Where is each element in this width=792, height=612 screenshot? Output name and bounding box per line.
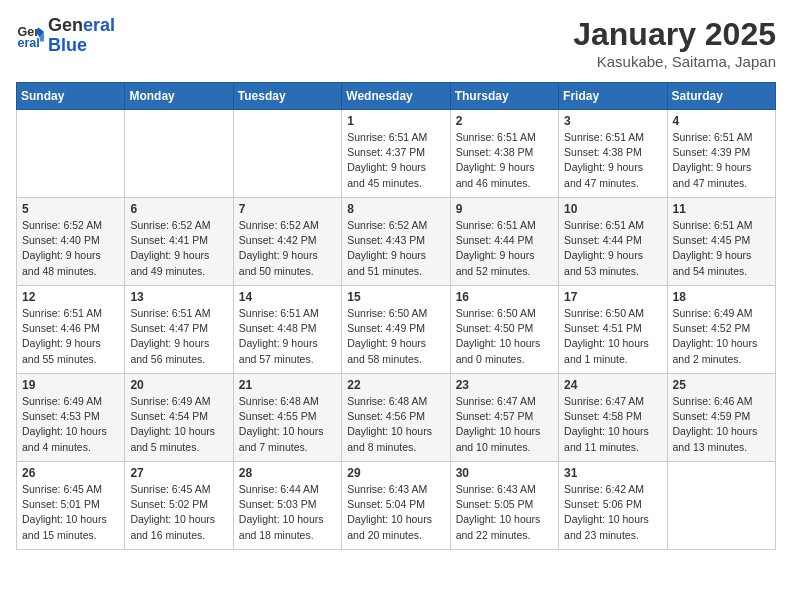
day-number: 13 <box>130 290 227 304</box>
calendar-day-cell: 12Sunrise: 6:51 AM Sunset: 4:46 PM Dayli… <box>17 286 125 374</box>
calendar-week-row: 12Sunrise: 6:51 AM Sunset: 4:46 PM Dayli… <box>17 286 776 374</box>
calendar-day-cell <box>667 462 775 550</box>
day-number: 15 <box>347 290 444 304</box>
calendar-day-cell: 31Sunrise: 6:42 AM Sunset: 5:06 PM Dayli… <box>559 462 667 550</box>
day-number: 16 <box>456 290 553 304</box>
day-number: 3 <box>564 114 661 128</box>
header-tuesday: Tuesday <box>233 83 341 110</box>
day-number: 20 <box>130 378 227 392</box>
day-number: 18 <box>673 290 770 304</box>
day-info: Sunrise: 6:52 AM Sunset: 4:40 PM Dayligh… <box>22 218 119 279</box>
calendar-day-cell: 11Sunrise: 6:51 AM Sunset: 4:45 PM Dayli… <box>667 198 775 286</box>
day-info: Sunrise: 6:51 AM Sunset: 4:47 PM Dayligh… <box>130 306 227 367</box>
day-number: 2 <box>456 114 553 128</box>
logo-text-line1: General <box>48 16 115 36</box>
calendar-week-row: 26Sunrise: 6:45 AM Sunset: 5:01 PM Dayli… <box>17 462 776 550</box>
day-info: Sunrise: 6:48 AM Sunset: 4:55 PM Dayligh… <box>239 394 336 455</box>
day-info: Sunrise: 6:43 AM Sunset: 5:04 PM Dayligh… <box>347 482 444 543</box>
day-info: Sunrise: 6:52 AM Sunset: 4:43 PM Dayligh… <box>347 218 444 279</box>
day-info: Sunrise: 6:50 AM Sunset: 4:51 PM Dayligh… <box>564 306 661 367</box>
calendar-day-cell: 16Sunrise: 6:50 AM Sunset: 4:50 PM Dayli… <box>450 286 558 374</box>
day-info: Sunrise: 6:49 AM Sunset: 4:53 PM Dayligh… <box>22 394 119 455</box>
day-number: 4 <box>673 114 770 128</box>
day-info: Sunrise: 6:45 AM Sunset: 5:02 PM Dayligh… <box>130 482 227 543</box>
page-header: Gen eral General Blue January 2025 Kasuk… <box>16 16 776 70</box>
calendar-day-cell: 9Sunrise: 6:51 AM Sunset: 4:44 PM Daylig… <box>450 198 558 286</box>
day-number: 23 <box>456 378 553 392</box>
calendar-day-cell: 13Sunrise: 6:51 AM Sunset: 4:47 PM Dayli… <box>125 286 233 374</box>
calendar-day-cell: 26Sunrise: 6:45 AM Sunset: 5:01 PM Dayli… <box>17 462 125 550</box>
day-info: Sunrise: 6:49 AM Sunset: 4:52 PM Dayligh… <box>673 306 770 367</box>
day-number: 14 <box>239 290 336 304</box>
day-info: Sunrise: 6:44 AM Sunset: 5:03 PM Dayligh… <box>239 482 336 543</box>
day-number: 8 <box>347 202 444 216</box>
day-info: Sunrise: 6:47 AM Sunset: 4:57 PM Dayligh… <box>456 394 553 455</box>
calendar-header: SundayMondayTuesdayWednesdayThursdayFrid… <box>17 83 776 110</box>
calendar-day-cell: 4Sunrise: 6:51 AM Sunset: 4:39 PM Daylig… <box>667 110 775 198</box>
calendar-day-cell: 6Sunrise: 6:52 AM Sunset: 4:41 PM Daylig… <box>125 198 233 286</box>
day-info: Sunrise: 6:42 AM Sunset: 5:06 PM Dayligh… <box>564 482 661 543</box>
calendar-day-cell: 24Sunrise: 6:47 AM Sunset: 4:58 PM Dayli… <box>559 374 667 462</box>
calendar-day-cell: 7Sunrise: 6:52 AM Sunset: 4:42 PM Daylig… <box>233 198 341 286</box>
calendar-day-cell <box>233 110 341 198</box>
day-info: Sunrise: 6:50 AM Sunset: 4:50 PM Dayligh… <box>456 306 553 367</box>
day-info: Sunrise: 6:51 AM Sunset: 4:37 PM Dayligh… <box>347 130 444 191</box>
calendar-day-cell: 8Sunrise: 6:52 AM Sunset: 4:43 PM Daylig… <box>342 198 450 286</box>
day-info: Sunrise: 6:51 AM Sunset: 4:44 PM Dayligh… <box>564 218 661 279</box>
day-number: 11 <box>673 202 770 216</box>
day-number: 21 <box>239 378 336 392</box>
logo-text-line2: Blue <box>48 36 115 56</box>
calendar-day-cell: 1Sunrise: 6:51 AM Sunset: 4:37 PM Daylig… <box>342 110 450 198</box>
calendar-day-cell <box>125 110 233 198</box>
day-number: 22 <box>347 378 444 392</box>
calendar-subtitle: Kasukabe, Saitama, Japan <box>573 53 776 70</box>
day-number: 5 <box>22 202 119 216</box>
calendar-week-row: 1Sunrise: 6:51 AM Sunset: 4:37 PM Daylig… <box>17 110 776 198</box>
header-row: SundayMondayTuesdayWednesdayThursdayFrid… <box>17 83 776 110</box>
calendar-table: SundayMondayTuesdayWednesdayThursdayFrid… <box>16 82 776 550</box>
day-info: Sunrise: 6:52 AM Sunset: 4:42 PM Dayligh… <box>239 218 336 279</box>
day-info: Sunrise: 6:51 AM Sunset: 4:48 PM Dayligh… <box>239 306 336 367</box>
calendar-day-cell: 21Sunrise: 6:48 AM Sunset: 4:55 PM Dayli… <box>233 374 341 462</box>
day-number: 1 <box>347 114 444 128</box>
calendar-day-cell: 30Sunrise: 6:43 AM Sunset: 5:05 PM Dayli… <box>450 462 558 550</box>
calendar-day-cell: 20Sunrise: 6:49 AM Sunset: 4:54 PM Dayli… <box>125 374 233 462</box>
day-info: Sunrise: 6:51 AM Sunset: 4:38 PM Dayligh… <box>456 130 553 191</box>
calendar-day-cell: 19Sunrise: 6:49 AM Sunset: 4:53 PM Dayli… <box>17 374 125 462</box>
calendar-day-cell: 15Sunrise: 6:50 AM Sunset: 4:49 PM Dayli… <box>342 286 450 374</box>
day-info: Sunrise: 6:45 AM Sunset: 5:01 PM Dayligh… <box>22 482 119 543</box>
calendar-day-cell: 25Sunrise: 6:46 AM Sunset: 4:59 PM Dayli… <box>667 374 775 462</box>
day-info: Sunrise: 6:51 AM Sunset: 4:46 PM Dayligh… <box>22 306 119 367</box>
day-number: 12 <box>22 290 119 304</box>
header-thursday: Thursday <box>450 83 558 110</box>
calendar-day-cell <box>17 110 125 198</box>
calendar-day-cell: 10Sunrise: 6:51 AM Sunset: 4:44 PM Dayli… <box>559 198 667 286</box>
calendar-day-cell: 17Sunrise: 6:50 AM Sunset: 4:51 PM Dayli… <box>559 286 667 374</box>
header-monday: Monday <box>125 83 233 110</box>
day-number: 27 <box>130 466 227 480</box>
calendar-title: January 2025 <box>573 16 776 53</box>
title-area: January 2025 Kasukabe, Saitama, Japan <box>573 16 776 70</box>
day-info: Sunrise: 6:49 AM Sunset: 4:54 PM Dayligh… <box>130 394 227 455</box>
day-info: Sunrise: 6:51 AM Sunset: 4:39 PM Dayligh… <box>673 130 770 191</box>
day-info: Sunrise: 6:51 AM Sunset: 4:44 PM Dayligh… <box>456 218 553 279</box>
day-info: Sunrise: 6:46 AM Sunset: 4:59 PM Dayligh… <box>673 394 770 455</box>
day-info: Sunrise: 6:52 AM Sunset: 4:41 PM Dayligh… <box>130 218 227 279</box>
calendar-day-cell: 3Sunrise: 6:51 AM Sunset: 4:38 PM Daylig… <box>559 110 667 198</box>
day-number: 17 <box>564 290 661 304</box>
day-number: 24 <box>564 378 661 392</box>
day-number: 10 <box>564 202 661 216</box>
day-number: 29 <box>347 466 444 480</box>
day-number: 28 <box>239 466 336 480</box>
calendar-week-row: 5Sunrise: 6:52 AM Sunset: 4:40 PM Daylig… <box>17 198 776 286</box>
day-info: Sunrise: 6:43 AM Sunset: 5:05 PM Dayligh… <box>456 482 553 543</box>
calendar-day-cell: 2Sunrise: 6:51 AM Sunset: 4:38 PM Daylig… <box>450 110 558 198</box>
day-info: Sunrise: 6:50 AM Sunset: 4:49 PM Dayligh… <box>347 306 444 367</box>
calendar-day-cell: 18Sunrise: 6:49 AM Sunset: 4:52 PM Dayli… <box>667 286 775 374</box>
calendar-day-cell: 5Sunrise: 6:52 AM Sunset: 4:40 PM Daylig… <box>17 198 125 286</box>
svg-text:eral: eral <box>17 36 39 50</box>
calendar-body: 1Sunrise: 6:51 AM Sunset: 4:37 PM Daylig… <box>17 110 776 550</box>
calendar-day-cell: 27Sunrise: 6:45 AM Sunset: 5:02 PM Dayli… <box>125 462 233 550</box>
day-number: 30 <box>456 466 553 480</box>
header-friday: Friday <box>559 83 667 110</box>
